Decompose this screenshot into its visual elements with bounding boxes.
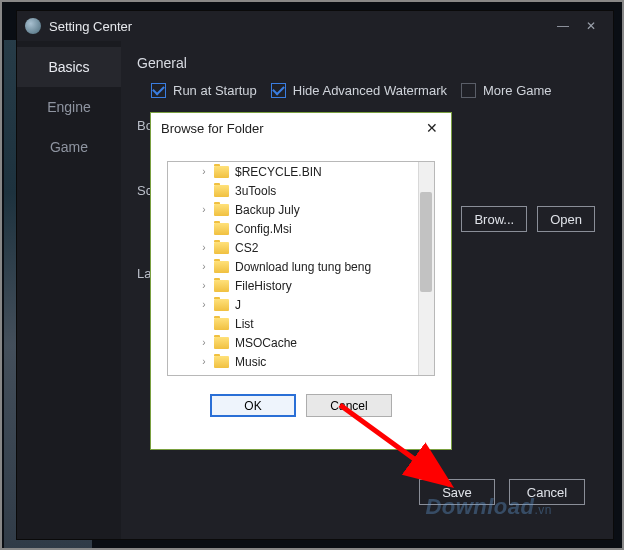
checkbox-more-game[interactable]: More Game <box>461 83 552 98</box>
folder-icon <box>214 299 229 311</box>
folder-label: Music <box>235 355 266 369</box>
titlebar: Setting Center — ✕ <box>17 11 613 41</box>
folder-icon <box>214 318 229 330</box>
browse-button[interactable]: Brow... <box>461 206 527 232</box>
browse-folder-dialog: Browse for Folder ✕ ›$RECYCLE.BIN3uTools… <box>150 112 452 450</box>
folder-label: CS2 <box>235 241 258 255</box>
chevron-right-icon: › <box>198 356 210 367</box>
save-button[interactable]: Save <box>419 479 495 505</box>
dialog-titlebar: Browse for Folder ✕ <box>151 113 451 143</box>
folder-icon <box>214 204 229 216</box>
folder-node[interactable]: List <box>168 314 418 333</box>
folder-icon <box>214 337 229 349</box>
tab-engine[interactable]: Engine <box>17 87 121 127</box>
folder-icon <box>214 166 229 178</box>
dialog-close-button[interactable]: ✕ <box>423 119 441 137</box>
folder-label: List <box>235 317 254 331</box>
sidebar: Basics Engine Game <box>17 41 121 539</box>
tab-game[interactable]: Game <box>17 127 121 167</box>
app-icon <box>25 18 41 34</box>
folder-icon <box>214 242 229 254</box>
scrollbar-thumb[interactable] <box>420 192 432 292</box>
folder-icon <box>214 185 229 197</box>
folder-node[interactable]: ›Download lung tung beng <box>168 257 418 276</box>
chevron-right-icon: › <box>198 280 210 291</box>
folder-label: MSOCache <box>235 336 297 350</box>
dialog-title: Browse for Folder <box>161 121 264 136</box>
folder-label: Download lung tung beng <box>235 260 371 274</box>
folder-node[interactable]: ›Music <box>168 352 418 371</box>
checkbox-hide-watermark[interactable]: Hide Advanced Watermark <box>271 83 447 98</box>
folder-label: J <box>235 298 241 312</box>
chevron-right-icon: › <box>198 166 210 177</box>
folder-icon <box>214 261 229 273</box>
open-button[interactable]: Open <box>537 206 595 232</box>
check-icon <box>151 83 166 98</box>
minimize-button[interactable]: — <box>549 16 577 36</box>
folder-label: FileHistory <box>235 279 292 293</box>
dialog-cancel-button[interactable]: Cancel <box>306 394 392 417</box>
chevron-right-icon: › <box>198 337 210 348</box>
folder-node[interactable]: ›$RECYCLE.BIN <box>168 162 418 181</box>
checkbox-label: Hide Advanced Watermark <box>293 83 447 98</box>
folder-node[interactable]: ›Backup July <box>168 200 418 219</box>
folder-node[interactable]: Config.Msi <box>168 219 418 238</box>
close-button[interactable]: ✕ <box>577 16 605 36</box>
cancel-button[interactable]: Cancel <box>509 479 585 505</box>
folder-icon <box>214 280 229 292</box>
folder-node[interactable]: ›FileHistory <box>168 276 418 295</box>
chevron-right-icon: › <box>198 261 210 272</box>
folder-tree: ›$RECYCLE.BIN3uTools›Backup JulyConfig.M… <box>167 161 435 376</box>
section-general: General <box>137 55 595 71</box>
scrollbar[interactable] <box>418 162 434 375</box>
tab-basics[interactable]: Basics <box>17 47 121 87</box>
folder-label: Backup July <box>235 203 300 217</box>
folder-label: Config.Msi <box>235 222 292 236</box>
chevron-right-icon: › <box>198 299 210 310</box>
ok-button[interactable]: OK <box>210 394 296 417</box>
chevron-right-icon: › <box>198 204 210 215</box>
folder-node[interactable]: ›MSOCache <box>168 333 418 352</box>
folder-node[interactable]: ›J <box>168 295 418 314</box>
check-icon <box>271 83 286 98</box>
folder-label: $RECYCLE.BIN <box>235 165 322 179</box>
folder-node[interactable]: 3uTools <box>168 181 418 200</box>
folder-icon <box>214 223 229 235</box>
check-icon <box>461 83 476 98</box>
chevron-right-icon: › <box>198 242 210 253</box>
checkbox-run-startup[interactable]: Run at Startup <box>151 83 257 98</box>
window-title: Setting Center <box>49 19 132 34</box>
folder-label: 3uTools <box>235 184 276 198</box>
checkbox-label: Run at Startup <box>173 83 257 98</box>
folder-icon <box>214 356 229 368</box>
checkbox-label: More Game <box>483 83 552 98</box>
folder-node[interactable]: ›CS2 <box>168 238 418 257</box>
